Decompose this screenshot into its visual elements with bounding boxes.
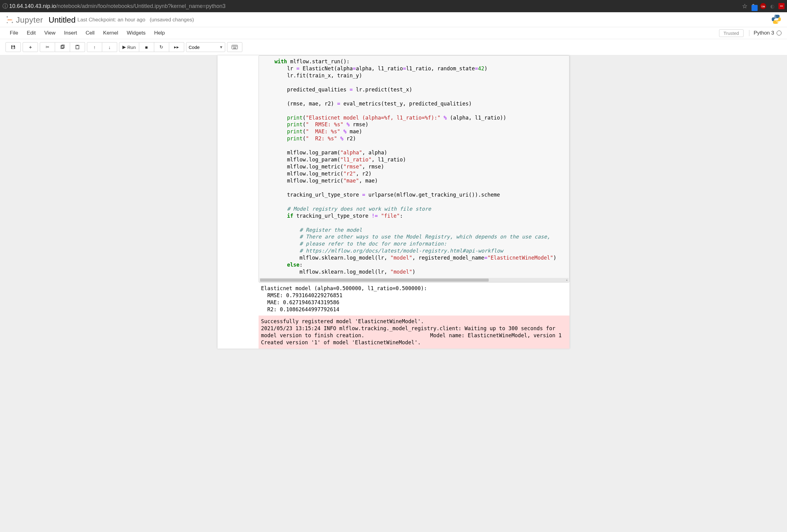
run-label: Run — [127, 45, 136, 50]
kernel-idle-icon — [777, 30, 782, 36]
menu-widgets[interactable]: Widgets — [122, 28, 150, 38]
jupyter-word: Jupyter — [16, 15, 43, 25]
url-display[interactable]: 10.64.140.43.nip.io/notebook/admin/foo/n… — [9, 3, 742, 9]
scrollbar-thumb[interactable] — [260, 279, 489, 282]
menu-help[interactable]: Help — [150, 28, 169, 38]
keyboard-icon — [232, 45, 238, 49]
add-cell-button[interactable]: ＋ — [23, 42, 38, 52]
svg-rect-12 — [236, 46, 237, 46]
bookmark-star-icon[interactable]: ☆ — [742, 3, 748, 9]
copy-icon — [60, 45, 65, 49]
jupyter-logo[interactable]: Jupyter — [5, 15, 43, 25]
stderr-output: Successfully registered model 'Elasticne… — [259, 315, 570, 349]
svg-point-2 — [7, 22, 8, 23]
unsaved-status: (unsaved changes) — [150, 17, 194, 23]
kernel-name-text: Python 3 — [754, 30, 774, 36]
arrow-up-icon: ↑ — [93, 45, 96, 50]
menu-view[interactable]: View — [40, 28, 60, 38]
restart-button[interactable]: ↻ — [154, 42, 169, 52]
svg-rect-11 — [235, 46, 236, 46]
code-cell[interactable]: with mlflow.start_run(): lr = ElasticNet… — [217, 56, 570, 283]
menu-cell[interactable]: Cell — [81, 28, 99, 38]
stdout-output: Elasticnet model (alpha=0.500000, l1_rat… — [259, 283, 570, 315]
svg-rect-13 — [233, 48, 236, 48]
toolbar: ＋ ✂ ↑ ↓ ▶ Run ■ ↻ ▸▸ Code ▾ — [0, 39, 787, 56]
kernel-indicator[interactable]: Python 3 — [749, 30, 782, 36]
jupyter-logo-icon — [5, 16, 14, 24]
command-palette-button[interactable] — [227, 42, 242, 52]
menu-file[interactable]: File — [5, 28, 22, 38]
menu-kernel[interactable]: Kernel — [99, 28, 122, 38]
celltype-value: Code — [189, 45, 200, 50]
svg-point-0 — [7, 16, 8, 17]
svg-point-1 — [12, 22, 13, 23]
save-icon — [11, 45, 16, 49]
copy-button[interactable] — [55, 42, 70, 52]
svg-rect-7 — [232, 45, 237, 49]
extension-icon[interactable]: ◐ — [769, 3, 775, 9]
plus-icon: ＋ — [28, 44, 33, 50]
paste-icon — [75, 45, 80, 49]
restart-icon: ↻ — [159, 44, 164, 50]
fast-forward-icon: ▸▸ — [174, 44, 179, 50]
svg-rect-9 — [233, 46, 234, 46]
restart-run-all-button[interactable]: ▸▸ — [169, 42, 184, 52]
run-button[interactable]: ▶ Run — [119, 42, 139, 52]
ublock-icon[interactable]: uʙ — [760, 3, 766, 9]
menu-edit[interactable]: Edit — [22, 28, 40, 38]
save-button[interactable] — [5, 42, 21, 52]
cut-button[interactable]: ✂ — [40, 42, 55, 52]
paste-button[interactable] — [70, 42, 85, 52]
checkpoint-time: Last Checkpoint: an hour ago — [78, 17, 145, 23]
run-icon: ▶ — [122, 44, 126, 50]
svg-rect-8 — [233, 46, 233, 46]
extension-icon[interactable]: ✎ — [751, 3, 757, 9]
menu-insert[interactable]: Insert — [60, 28, 81, 38]
browser-address-bar: ⓘ 10.64.140.43.nip.io/notebook/admin/foo… — [0, 0, 787, 12]
notebook-header: Jupyter Untitled Last Checkpoint: an hou… — [0, 12, 787, 27]
url-path: /notebook/admin/foo/notebooks/Untitled.i… — [56, 3, 226, 9]
notebook-title[interactable]: Untitled — [49, 15, 76, 25]
interrupt-button[interactable]: ■ — [139, 42, 154, 52]
stop-icon: ■ — [145, 45, 148, 50]
celltype-select[interactable]: Code ▾ — [186, 42, 225, 52]
menubar: FileEditViewInsertCellKernelWidgetsHelp … — [0, 27, 787, 39]
code-input-area[interactable]: with mlflow.start_run(): lr = ElasticNet… — [259, 56, 570, 283]
svg-rect-10 — [234, 46, 235, 46]
arrow-down-icon: ↓ — [108, 45, 111, 50]
url-host: 10.64.140.43.nip.io — [9, 3, 56, 9]
checkpoint-text: Last Checkpoint: an hour ago (unsaved ch… — [78, 17, 194, 23]
move-down-button[interactable]: ↓ — [102, 42, 117, 52]
cut-icon: ✂ — [46, 44, 49, 50]
lastpass-icon[interactable]: ••• — [779, 3, 785, 9]
prompt-area — [217, 56, 259, 283]
chevron-down-icon: ▾ — [220, 44, 222, 50]
code-content: with mlflow.start_run(): lr = ElasticNet… — [262, 58, 566, 275]
python-logo-icon[interactable] — [771, 14, 782, 26]
svg-rect-6 — [77, 45, 78, 46]
horizontal-scrollbar[interactable]: ◂▸ — [259, 278, 569, 282]
move-up-button[interactable]: ↑ — [87, 42, 102, 52]
scroll-right-icon[interactable]: ▸ — [565, 278, 569, 282]
trusted-button[interactable]: Trusted — [719, 29, 744, 37]
